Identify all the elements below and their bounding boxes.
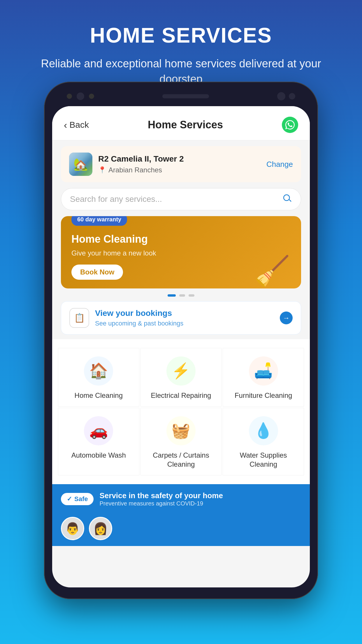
- safe-text: Service in the safety of your home Preve…: [99, 491, 223, 507]
- water-icon: 💧: [249, 416, 278, 445]
- service-water[interactable]: 💧 Water Supplies Cleaning: [223, 408, 304, 475]
- safe-main-text: Service in the safety of your home: [99, 491, 223, 500]
- services-section: 🏠 Home Cleaning ⚡ Electrical Repairing: [52, 339, 310, 484]
- location-info: R2 Camelia II, Tower 2 📍 Arabian Ranches: [98, 154, 261, 174]
- booking-text: View your bookings See upcoming & past b…: [95, 309, 274, 327]
- furniture-icon: 🛋️: [249, 356, 278, 386]
- service-carpets[interactable]: 🧺 Carpets / Curtains Cleaning: [140, 408, 222, 475]
- booking-subtitle: See upcoming & past bookings: [95, 320, 274, 327]
- cam-dot-2: [77, 92, 84, 100]
- automobile-label: Automobile Wash: [71, 451, 126, 460]
- header-title: HOME SERVICES: [29, 23, 333, 47]
- front-cam: [277, 92, 285, 100]
- search-icon: [283, 194, 292, 205]
- avatar-1: 👨: [61, 517, 84, 540]
- back-label: Back: [69, 120, 89, 130]
- service-automobile[interactable]: 🚗 Automobile Wash: [58, 408, 139, 475]
- camera-right: [277, 92, 295, 100]
- phone-screen: ‹ Back Home Services: [52, 106, 310, 587]
- cam-dot-3: [89, 94, 94, 99]
- location-area-text: Arabian Ranches: [108, 166, 162, 174]
- location-name: R2 Camelia II, Tower 2: [98, 154, 261, 164]
- search-placeholder: Search for any services...: [70, 195, 279, 204]
- carpets-icon: 🧺: [166, 416, 196, 445]
- location-card: R2 Camelia II, Tower 2 📍 Arabian Ranches…: [61, 146, 301, 182]
- pin-icon: 📍: [98, 166, 106, 174]
- app-bar-title: Home Services: [148, 119, 223, 131]
- location-area: 📍 Arabian Ranches: [98, 166, 261, 174]
- app-bar: ‹ Back Home Services: [52, 106, 310, 140]
- back-arrow-icon: ‹: [64, 119, 67, 131]
- back-button[interactable]: ‹ Back: [64, 119, 89, 131]
- service-electrical[interactable]: ⚡ Electrical Repairing: [140, 348, 222, 407]
- front-cam-2: [289, 93, 295, 99]
- location-thumbnail: [69, 153, 92, 176]
- safe-banner: ✓ Safe Service in the safety of your hom…: [52, 484, 310, 514]
- bookings-card[interactable]: 📋 View your bookings See upcoming & past…: [61, 301, 301, 335]
- automobile-icon: 🚗: [84, 416, 113, 445]
- furniture-label: Furniture Cleaning: [235, 391, 292, 400]
- camera-left: [67, 92, 94, 100]
- water-label: Water Supplies Cleaning: [228, 451, 299, 469]
- electrical-label: Electrical Repairing: [151, 391, 211, 400]
- whatsapp-button[interactable]: [282, 117, 298, 133]
- book-now-button[interactable]: Book Now: [71, 265, 123, 280]
- banner-figure: 🧹: [240, 227, 301, 288]
- cam-dot-1: [67, 94, 72, 99]
- safe-badge: ✓ Safe: [61, 493, 94, 505]
- service-furniture[interactable]: 🛋️ Furniture Cleaning: [223, 348, 304, 407]
- phone-top-bar: [52, 90, 310, 106]
- avatar-2: 👩: [89, 517, 112, 540]
- bottom-avatars: 👨 👩: [52, 514, 310, 546]
- carpets-label: Carpets / Curtains Cleaning: [145, 451, 217, 469]
- phone-frame-wrapper: ‹ Back Home Services: [44, 82, 318, 599]
- phone-frame: ‹ Back Home Services: [44, 82, 318, 599]
- dot-3: [189, 294, 194, 297]
- home-cleaning-label: Home Cleaning: [75, 391, 123, 400]
- change-location-button[interactable]: Change: [266, 160, 293, 169]
- location-image: [69, 153, 92, 176]
- booking-arrow-button[interactable]: →: [280, 312, 293, 324]
- booking-icon: 📋: [69, 308, 89, 328]
- promo-banner: 60 day warranty Home Cleaning Give your …: [61, 216, 301, 288]
- booking-list-icon: 📋: [74, 313, 85, 323]
- safe-sub-text: Preventive measures against COVID-19: [99, 500, 223, 507]
- speaker-bar: [162, 94, 209, 98]
- electrical-icon: ⚡: [166, 356, 196, 386]
- home-cleaning-icon: 🏠: [84, 356, 113, 386]
- banner-subtitle: Give your home a new look: [71, 248, 156, 258]
- banner-title: Home Cleaning: [71, 233, 156, 245]
- safe-label: Safe: [74, 495, 88, 503]
- safe-check-icon: ✓: [67, 495, 72, 503]
- search-bar[interactable]: Search for any services...: [61, 188, 301, 210]
- banner-badge: 60 day warranty: [71, 216, 127, 226]
- service-home-cleaning[interactable]: 🏠 Home Cleaning: [58, 348, 139, 407]
- dot-2: [179, 294, 185, 297]
- services-grid: 🏠 Home Cleaning ⚡ Electrical Repairing: [58, 348, 304, 476]
- banner-content: Home Cleaning Give your home a new look …: [71, 233, 156, 280]
- banner-dots: [52, 294, 310, 297]
- dot-1: [168, 294, 176, 297]
- booking-title: View your bookings: [95, 309, 274, 318]
